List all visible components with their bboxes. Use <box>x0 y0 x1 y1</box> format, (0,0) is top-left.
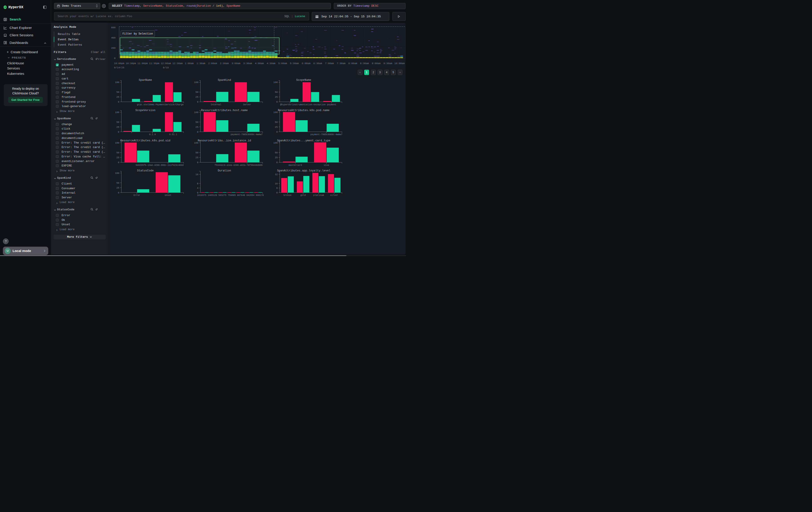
svg-text:Internal: Internal <box>210 104 221 106</box>
svg-text:10:30pm: 10:30pm <box>126 62 136 65</box>
svg-text:5:30am: 5:30am <box>290 62 299 65</box>
svg-text:1:00am: 1:00am <box>185 62 194 65</box>
svg-text:0: 0 <box>276 191 278 194</box>
svg-text:8:30am: 8:30am <box>360 62 369 65</box>
svg-text:100: 100 <box>115 81 119 84</box>
svg-text:100: 100 <box>115 141 119 144</box>
svg-text:Server: Server <box>243 104 251 106</box>
svg-text:1019375 1405128 583275 759085: 1019375 1405128 583275 759085 807648 842… <box>197 194 264 196</box>
svg-text:9/14/25: 9/14/25 <box>114 66 124 69</box>
svg-text:ResourceAttributes.host.name: ResourceAttributes.host.name <box>201 109 248 112</box>
svg-text:50: 50 <box>275 91 278 93</box>
svg-text:50: 50 <box>275 152 278 154</box>
svg-text:50: 50 <box>116 91 119 93</box>
svg-text:11:00pm: 11:00pm <box>137 62 148 65</box>
svg-text:f5344ec9-a1ea-4290-a62a-78f5be: f5344ec9-a1ea-4290-a62a-78f5bee8d90b <box>214 164 263 166</box>
svg-text:9/15: 9/15 <box>163 66 169 69</box>
svg-text:0: 0 <box>197 131 199 133</box>
svg-text:25: 25 <box>275 96 278 99</box>
svg-text:2:00am: 2:00am <box>208 62 217 65</box>
svg-text:bronze: bronze <box>284 194 291 196</box>
svg-text:5:00am: 5:00am <box>279 62 287 65</box>
svg-text:StatusCode: StatusCode <box>137 169 154 172</box>
svg-text:25: 25 <box>116 96 119 99</box>
svg-text:1:30am: 1:30am <box>197 62 205 65</box>
svg-text:0: 0 <box>118 131 119 133</box>
svg-text:0: 0 <box>276 101 278 103</box>
svg-text:0.1.0: 0.1.0 <box>149 133 156 136</box>
svg-text:11:30pm: 11:30pm <box>149 62 160 65</box>
svg-text:100: 100 <box>115 172 119 174</box>
svg-text:100: 100 <box>194 111 198 114</box>
svg-text:100: 100 <box>273 111 278 114</box>
svg-text:8: 8 <box>276 187 278 189</box>
svg-text:2:30am: 2:30am <box>220 62 229 65</box>
svg-text:10:00pm: 10:00pm <box>114 62 124 65</box>
svg-text:SpanKind: SpanKind <box>218 79 231 82</box>
svg-text:12:30am: 12:30am <box>172 62 183 65</box>
svg-text:0: 0 <box>197 161 199 164</box>
svg-text:7:00am: 7:00am <box>325 62 334 65</box>
svg-text:Filter by Selection: Filter by Selection <box>122 32 153 35</box>
svg-text:50: 50 <box>116 182 119 184</box>
svg-text:Unset: Unset <box>165 194 171 196</box>
svg-text:50: 50 <box>196 121 198 124</box>
svg-text:Duration: Duration <box>218 169 231 172</box>
svg-text:0: 0 <box>114 57 116 60</box>
svg-text:@hyperdx/instrumentation-excep: @hyperdx/instrumentation-exception <box>280 104 325 106</box>
svg-text:visa: visa <box>324 164 329 166</box>
svg-text:25: 25 <box>196 156 198 159</box>
svg-text:7:30am: 7:30am <box>337 62 346 65</box>
svg-text:50: 50 <box>116 152 119 154</box>
svg-text:0: 0 <box>197 191 199 194</box>
svg-text:0: 0 <box>276 131 278 133</box>
svg-text:platinum: platinum <box>313 194 324 196</box>
svg-text:3:30am: 3:30am <box>243 62 252 65</box>
svg-text:payment-7985c8969c-mwmw7: payment-7985c8969c-mwmw7 <box>231 133 263 136</box>
svg-text:3:00am: 3:00am <box>231 62 240 65</box>
svg-text:4:30am: 4:30am <box>267 62 276 65</box>
svg-text:25: 25 <box>196 126 198 129</box>
svg-text:25: 25 <box>275 126 278 129</box>
svg-text:4:00am: 4:00am <box>255 62 264 65</box>
svg-text:4: 4 <box>197 187 199 189</box>
svg-text:mastercard: mastercard <box>289 164 302 166</box>
svg-text:ResourceAttributes.k8s.pod.nam: ResourceAttributes.k8s.pod.name <box>278 109 330 112</box>
svg-text:25: 25 <box>116 187 119 189</box>
svg-text:25: 25 <box>196 96 198 99</box>
svg-text:5e02b5fb-13ae-4296-bbbc-111f42: 5e02b5fb-13ae-4296-bbbc-111f423c460d <box>136 164 184 166</box>
svg-text:ScopeVersion: ScopeVersion <box>136 109 155 112</box>
svg-text:50: 50 <box>116 121 119 124</box>
svg-text:0: 0 <box>118 101 119 103</box>
svg-text:ResourceAttributes.k8s.pod.uid: ResourceAttributes.k8s.pod.uid <box>120 139 170 142</box>
svg-text:32: 32 <box>275 173 278 176</box>
svg-text:ScopeName: ScopeName <box>296 79 311 82</box>
svg-text:Error: Error <box>134 194 140 196</box>
svg-text:ResourceAttribu..ice.instance.: ResourceAttribu..ice.instance.id <box>198 139 251 142</box>
svg-text:100: 100 <box>273 141 278 144</box>
svg-text:0: 0 <box>118 161 119 164</box>
svg-text:SpanAttributes.app.loyalty.lev: SpanAttributes.app.loyalty.level <box>277 169 330 172</box>
svg-text:25: 25 <box>275 156 278 159</box>
svg-text:silver: silver <box>330 194 338 196</box>
svg-text:100: 100 <box>115 111 119 114</box>
svg-text:25: 25 <box>116 126 119 129</box>
svg-text:0: 0 <box>197 101 199 103</box>
svg-text:payment-7985c8969c-mwmw7: payment-7985c8969c-mwmw7 <box>310 133 342 136</box>
svg-text:6:00am: 6:00am <box>302 62 311 65</box>
svg-text:400: 400 <box>111 36 116 39</box>
svg-text:25: 25 <box>116 156 119 159</box>
svg-text:600: 600 <box>111 26 116 29</box>
svg-text:8:00am: 8:00am <box>348 62 357 65</box>
svg-text:SpanAttributes...yment.card_ty: SpanAttributes...yment.card_type <box>277 139 330 142</box>
svg-text:9:30am: 9:30am <box>383 62 392 65</box>
svg-text:10:00am: 10:00am <box>395 62 405 65</box>
svg-text:9:00am: 9:00am <box>372 62 381 65</box>
svg-text:50: 50 <box>196 91 198 93</box>
svg-text:6:30am: 6:30am <box>313 62 322 65</box>
svg-text:16: 16 <box>196 173 198 176</box>
svg-text:16: 16 <box>275 182 278 185</box>
svg-text:50: 50 <box>275 121 278 124</box>
svg-text:8: 8 <box>197 182 199 185</box>
svg-text:payment: payment <box>327 104 336 106</box>
